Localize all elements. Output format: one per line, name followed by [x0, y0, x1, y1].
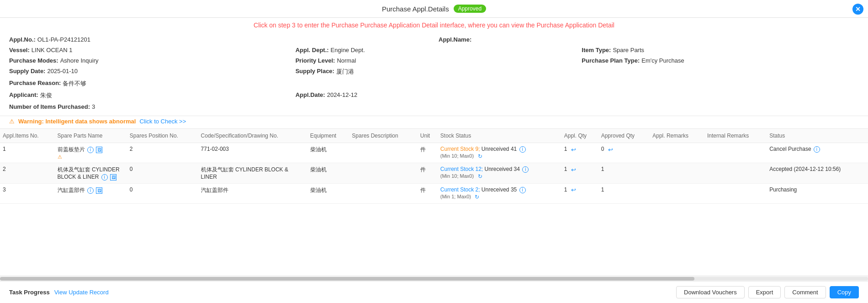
comment-button[interactable]: Comment — [784, 286, 826, 298]
number-of-items-value: 3 — [92, 103, 95, 110]
stock-info-icon[interactable]: i — [522, 166, 529, 173]
applicant-value: 朱俊 — [40, 91, 52, 100]
status-info-icon[interactable]: i — [814, 146, 820, 153]
table-row: 2机体及气缸套 CYLINDER BLOCK & LINER i 🖼0机体及气缸… — [0, 163, 868, 184]
appl-no-value: OL1-PA-P24121201 — [37, 36, 90, 43]
purchase-reason-item: Purchase Reason: 备件不够 — [9, 80, 859, 88]
image-icon[interactable]: 🖼 — [96, 187, 102, 194]
modal-container: Purchase Appl.Details Approved ✕ Click o… — [0, 0, 868, 303]
status-badge: Approved — [454, 5, 486, 13]
purchase-plan-type-label: Purchase Plan Type: — [582, 57, 640, 64]
info-row-7: Number of Items Purchased: 3 — [9, 103, 859, 110]
col-header-stock-status: Stock Status — [438, 129, 561, 143]
current-stock-text: Current Stock 2; — [440, 186, 480, 193]
cell-spare-parts-name: 机体及气缸套 CYLINDER BLOCK & LINER i 🖼 — [55, 163, 127, 184]
purchase-modes-label: Purchase Modes: — [9, 57, 58, 64]
info-icon[interactable]: i — [87, 147, 94, 153]
supply-place-value: 厦门港 — [336, 68, 354, 76]
status-text: Cancel Purchase — [769, 146, 811, 152]
info-icon[interactable]: i — [87, 187, 94, 194]
export-button[interactable]: Export — [748, 286, 781, 298]
current-stock-text: Current Stock 9; — [440, 146, 480, 152]
cell-approved-qty: 0 ↩ — [598, 143, 650, 163]
col-header-spares-description: Spares Description — [349, 129, 418, 143]
vessel-value: LINK OCEAN 1 — [32, 47, 73, 53]
info-row-4: Supply Date: 2025-01-10 Supply Place: 厦门… — [9, 68, 859, 76]
modal-title: Purchase Appl.Details — [382, 5, 449, 13]
number-of-items-item: Number of Items Purchased: 3 — [9, 103, 859, 110]
stock-info-icon[interactable]: i — [519, 146, 526, 153]
cell-no: 1 — [0, 143, 55, 163]
cell-stock-status: Current Stock 9; Unreceived 41 i (Min 10… — [438, 143, 561, 163]
cell-appl-remarks — [650, 163, 704, 184]
cell-internal-remarks — [704, 163, 767, 184]
info-icon[interactable]: i — [101, 174, 108, 181]
item-type-item: Item Type: Spare Parts — [582, 47, 859, 53]
undo-icon[interactable]: ↩ — [570, 186, 577, 194]
reload-icon[interactable]: ↻ — [476, 173, 484, 180]
appl-dept-item: Appl. Dept.: Engine Dept. — [296, 47, 573, 53]
items-table: Appl.Items No. Spare Parts Name Spares P… — [0, 128, 868, 204]
supply-date-label: Supply Date: — [9, 68, 45, 76]
purchase-plan-type-value: Em'cy Purchase — [641, 57, 684, 64]
cell-appl-qty: 1 ↩ — [561, 143, 598, 163]
footer: Task Progress View Update Record Downloa… — [0, 281, 868, 303]
view-update-record-link[interactable]: View Update Record — [54, 289, 109, 296]
priority-level-value: Normal — [337, 57, 356, 64]
priority-level-item: Priority Level: Normal — [296, 57, 573, 64]
download-vouchers-button[interactable]: Download Vouchers — [676, 286, 745, 298]
cell-spares-description — [349, 143, 418, 163]
cell-unit: 件 — [418, 163, 438, 184]
image-icon[interactable]: 🖼 — [96, 147, 102, 153]
cell-approved-qty: 1 — [598, 183, 650, 203]
info-row-5: Purchase Reason: 备件不够 — [9, 80, 859, 88]
vessel-item: Vessel: LINK OCEAN 1 — [9, 47, 286, 53]
item-type-label: Item Type: — [582, 47, 611, 53]
stock-info-icon[interactable]: i — [519, 187, 526, 193]
undo-icon-approved[interactable]: ↩ — [607, 146, 614, 153]
spare-parts-name-text: 汽缸盖部件 — [58, 187, 85, 193]
close-button[interactable]: ✕ — [852, 4, 863, 15]
cell-unit: 件 — [418, 143, 438, 163]
col-header-equipment: Equipment — [307, 129, 349, 143]
purchase-plan-type-item: Purchase Plan Type: Em'cy Purchase — [582, 57, 859, 64]
copy-button[interactable]: Copy — [830, 286, 859, 298]
col-header-spare-parts-name: Spare Parts Name — [55, 129, 127, 143]
cell-appl-qty: 1 ↩ — [561, 163, 598, 184]
cell-status: Purchasing — [767, 183, 868, 203]
image-icon[interactable]: 🖼 — [110, 174, 116, 181]
priority-level-label: Priority Level: — [296, 57, 335, 64]
cell-no: 2 — [0, 163, 55, 184]
undo-icon[interactable]: ↩ — [570, 146, 577, 153]
info-row-2: Vessel: LINK OCEAN 1 Appl. Dept.: Engine… — [9, 47, 859, 53]
status-text: Accepted (2024-12-12 10:56) — [769, 166, 841, 172]
current-stock-text: Current Stock 12; — [440, 166, 483, 172]
placeholder-item-4 — [582, 68, 859, 76]
item-type-value: Spare Parts — [613, 47, 644, 53]
footer-left: Task Progress View Update Record — [9, 289, 109, 296]
appl-no-label: Appl.No.: — [9, 36, 36, 43]
cell-spares-position-no: 2 — [127, 143, 198, 163]
col-header-unit: Unit — [418, 129, 438, 143]
table-header-row: Appl.Items No. Spare Parts Name Spares P… — [0, 129, 868, 143]
cell-equipment: 柴油机 — [307, 163, 349, 184]
unreceived-text: Unreceived 34 — [485, 166, 520, 172]
vessel-label: Vessel: — [9, 47, 30, 53]
cell-internal-remarks — [704, 183, 767, 203]
cell-code: 机体及气缸套 CYLINDER BLOCK & LINER — [198, 163, 307, 184]
purchase-reason-value: 备件不够 — [63, 80, 86, 88]
status-text: Purchasing — [769, 186, 797, 193]
reload-icon[interactable]: ↻ — [473, 193, 481, 201]
reload-icon[interactable]: ↻ — [476, 153, 484, 160]
cell-spares-description — [349, 163, 418, 184]
warning-bar: ⚠ Warning: Intelligent data shows abnorm… — [0, 116, 868, 128]
unreceived-text: Unreceived 35 — [482, 186, 517, 193]
warning-link[interactable]: Click to Check >> — [139, 118, 186, 125]
supply-place-item: Supply Place: 厦门港 — [296, 68, 573, 76]
min-max-text: (Min 10; Max0) — [440, 173, 474, 179]
scrollbar-row[interactable] — [0, 276, 868, 281]
scrollbar-track — [0, 277, 868, 281]
appl-name-label: Appl.Name: — [439, 36, 471, 43]
cell-equipment: 柴油机 — [307, 143, 349, 163]
undo-icon[interactable]: ↩ — [570, 166, 577, 173]
